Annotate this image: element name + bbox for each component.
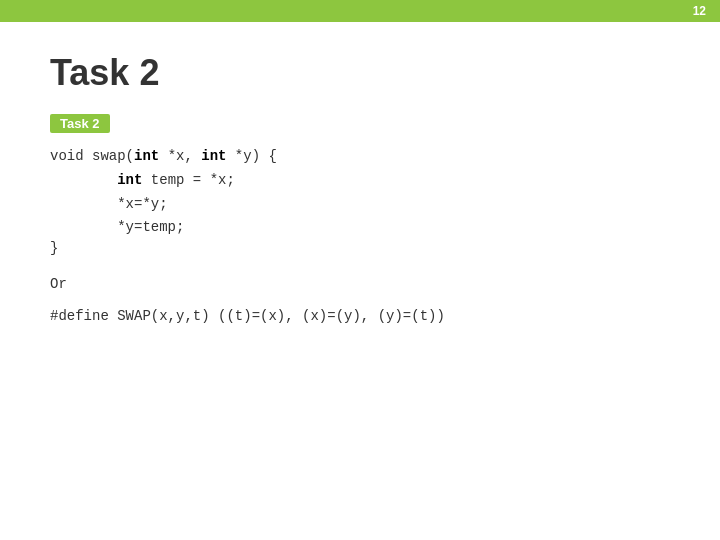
define-line: #define SWAP(x,y,t) ((t)=(x), (x)=(y), (…	[50, 308, 670, 324]
code-kw-int3: int	[117, 172, 142, 188]
code-void: void swap(	[50, 148, 134, 164]
code-ptr2: *y) {	[226, 148, 276, 164]
content-area: Task 2 Task 2 void swap(int *x, int *y) …	[0, 22, 720, 354]
code-ptr1: *x,	[159, 148, 201, 164]
code-line-1: void swap(int *x, int *y) {	[50, 145, 670, 169]
task-badge: Task 2	[50, 114, 110, 133]
code-line-4: *y=temp;	[50, 216, 670, 240]
code-temp: temp = *x;	[142, 172, 234, 188]
code-xeqy: *x=*y;	[50, 196, 168, 212]
code-kw-int1: int	[134, 148, 159, 164]
code-indent2	[50, 172, 117, 188]
code-line-2: int temp = *x;	[50, 169, 670, 193]
top-bar: 12	[0, 0, 720, 22]
code-block: void swap(int *x, int *y) { int temp = *…	[50, 145, 670, 240]
page-title: Task 2	[50, 52, 670, 94]
code-line-3: *x=*y;	[50, 193, 670, 217]
slide-number: 12	[693, 4, 706, 18]
code-kw-int2: int	[201, 148, 226, 164]
or-text: Or	[50, 276, 670, 292]
code-closing-brace: }	[50, 240, 670, 256]
code-yeqtemp: *y=temp;	[50, 219, 184, 235]
